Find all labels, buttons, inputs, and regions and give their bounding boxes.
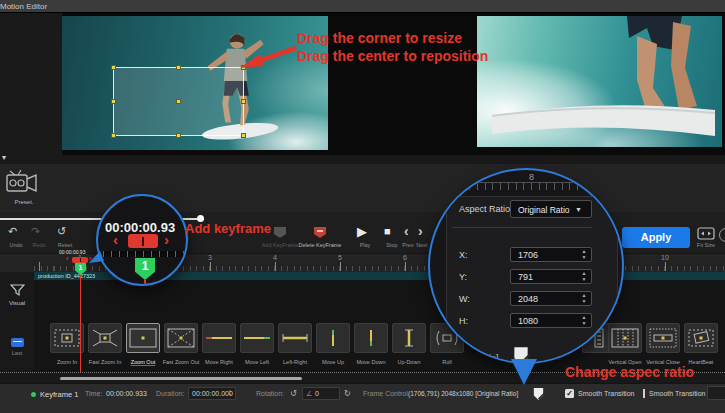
- frame-control-value: (1706,791) 2048x1080 [Original Ratio]: [408, 390, 518, 397]
- ruler-number-3: 3: [208, 254, 212, 261]
- timeline-track[interactable]: [34, 280, 725, 372]
- add-keyframe-icon[interactable]: [272, 226, 288, 239]
- time-value: 00:00:00.933: [106, 390, 147, 397]
- delete-keyframe-label: Delete KeyFrame: [296, 242, 344, 248]
- preview-edit-canvas[interactable]: [62, 16, 328, 150]
- last-clip-icon[interactable]: [11, 338, 24, 347]
- visual-filter-icon[interactable]: [10, 284, 25, 297]
- collapse-caret-icon[interactable]: ▾: [2, 153, 6, 162]
- resize-handle-sw[interactable]: [111, 133, 116, 138]
- aspect-ratio-dropdown[interactable]: Original Ratio ▼: [510, 200, 592, 218]
- keyframe-magnifier-circle: 00:00:00.93 ‹ › 1: [96, 194, 188, 286]
- ruler-number-10: 10: [661, 254, 669, 261]
- time-label: Time:: [85, 390, 102, 397]
- playhead-handle[interactable]: [72, 257, 88, 263]
- aspect-ratio-value: Original Ratio: [518, 205, 570, 215]
- preview-output-canvas: [477, 16, 722, 147]
- rotation-label: Rotation:: [256, 390, 284, 397]
- playhead-line[interactable]: [80, 263, 81, 373]
- w-input[interactable]: [511, 292, 573, 305]
- sidebar-item-visual[interactable]: Visual: [0, 300, 34, 306]
- w-field[interactable]: ▲▼: [510, 291, 592, 306]
- aspect-tag-icon[interactable]: [531, 387, 546, 401]
- undo-button[interactable]: ↶: [8, 225, 17, 238]
- rotate-ccw-icon[interactable]: ↺: [290, 389, 297, 398]
- rotation-input[interactable]: ∠ 0: [302, 387, 340, 400]
- x-field-label: X:: [459, 250, 468, 260]
- keyframe-status-dot: [31, 392, 36, 397]
- h-spinner[interactable]: ▲▼: [580, 315, 588, 326]
- rotate-cw-icon[interactable]: ↻: [344, 389, 351, 398]
- window-title: Motion Editor: [0, 0, 47, 13]
- fit-size-icon[interactable]: [697, 227, 715, 240]
- y-field-label: Y:: [459, 272, 467, 282]
- frame-control-label: Frame Control: [363, 390, 408, 397]
- play-button[interactable]: ▶: [357, 224, 367, 239]
- y-spinner[interactable]: ▲▼: [580, 271, 588, 282]
- stop-button[interactable]: ■: [384, 225, 391, 237]
- aspect-magnifier-circle: 8 Aspect Ratio: Original Ratio ▼ X: ▲▼ Y…: [428, 168, 624, 364]
- rotation-value: 0: [315, 390, 319, 397]
- ruler-number-6: 6: [403, 254, 407, 261]
- magnified-playhead-line: [144, 280, 146, 286]
- resize-handle-n[interactable]: [176, 65, 181, 70]
- timeline-sidebar: Visual Last: [0, 272, 34, 373]
- x-input[interactable]: [511, 248, 573, 261]
- preset-group-label: Preset.: [5, 199, 43, 205]
- delete-keyframe-icon[interactable]: [312, 226, 328, 239]
- duration-label: Duration:: [156, 390, 184, 397]
- edge-circle-icon[interactable]: [719, 228, 725, 242]
- magnified-keyframe-marker: 1: [135, 258, 155, 280]
- apply-button[interactable]: Apply: [622, 227, 690, 248]
- smooth-transition-checkbox[interactable]: ✓: [565, 389, 574, 398]
- ruler-number-5: 5: [338, 254, 342, 261]
- timeline-scrollbar[interactable]: [60, 377, 302, 380]
- move-handle-center[interactable]: [176, 99, 181, 104]
- magnifier-pointer-triangle: [511, 359, 537, 385]
- prev-button[interactable]: ‹: [404, 223, 409, 239]
- resize-handle-se[interactable]: [241, 133, 246, 138]
- resize-handle-w[interactable]: [111, 99, 116, 104]
- x-spinner[interactable]: ▲▼: [580, 249, 588, 260]
- next-button[interactable]: ›: [418, 223, 423, 239]
- chevron-down-icon: ▼: [575, 206, 582, 213]
- redo-button[interactable]: ↷: [31, 225, 40, 238]
- annotation-reposition: Drag the center to reposition: [297, 48, 488, 64]
- status-edge-input[interactable]: [707, 386, 725, 400]
- toolbar-divider: ▾: [0, 155, 725, 164]
- preset-group-button[interactable]: Preset.: [5, 167, 45, 213]
- smooth-separator: [643, 389, 645, 398]
- x-field[interactable]: ▲▼: [510, 247, 592, 262]
- w-field-label: W:: [459, 294, 470, 304]
- aspect-ratio-label: Aspect Ratio:: [459, 204, 513, 214]
- magnified-right-chevron: ›: [164, 231, 169, 248]
- resize-handle-nw[interactable]: [111, 65, 116, 70]
- annotation-arrow: [238, 42, 302, 72]
- duration-input[interactable]: 00:00:00.000 ▲▼: [188, 387, 236, 400]
- resize-handle-e[interactable]: [241, 99, 246, 104]
- surfer-closeup: [477, 16, 722, 147]
- duration-spinner[interactable]: ▲▼: [227, 389, 233, 397]
- w-spinner[interactable]: ▲▼: [580, 293, 588, 304]
- h-input[interactable]: [511, 314, 573, 327]
- title-bar: Motion Editor: [0, 0, 725, 13]
- keyframe-status-label: Keyframe 1: [40, 390, 78, 399]
- playhead-left-chevron[interactable]: ‹: [66, 255, 68, 262]
- magnified-left-chevron: ‹: [113, 231, 118, 248]
- magnified-playhead-handle: [128, 234, 158, 248]
- fit-size-label: Fit Size: [688, 242, 724, 248]
- sidebar-item-last[interactable]: Last: [0, 350, 34, 356]
- playhead-timecode: 00:00:00.93: [59, 249, 85, 255]
- magnifier-pointer-arrow: [88, 248, 106, 266]
- reset-button[interactable]: ↺: [57, 225, 66, 238]
- ruler-number-4: 4: [273, 254, 277, 261]
- resize-handle-s[interactable]: [176, 133, 181, 138]
- smooth-transition-label-1: Smooth Transition: [578, 390, 634, 397]
- smooth-transition-label-2: Smooth Transition: [649, 390, 705, 397]
- h-field[interactable]: ▲▼: [510, 313, 592, 328]
- y-input[interactable]: [511, 270, 573, 283]
- y-field[interactable]: ▲▼: [510, 269, 592, 284]
- crop-selection-box[interactable]: [113, 67, 244, 136]
- status-bar: Keyframe 1 Time: 00:00:00.933 Duration: …: [0, 383, 725, 413]
- motion-editor-window: Motion Editor: [0, 0, 725, 413]
